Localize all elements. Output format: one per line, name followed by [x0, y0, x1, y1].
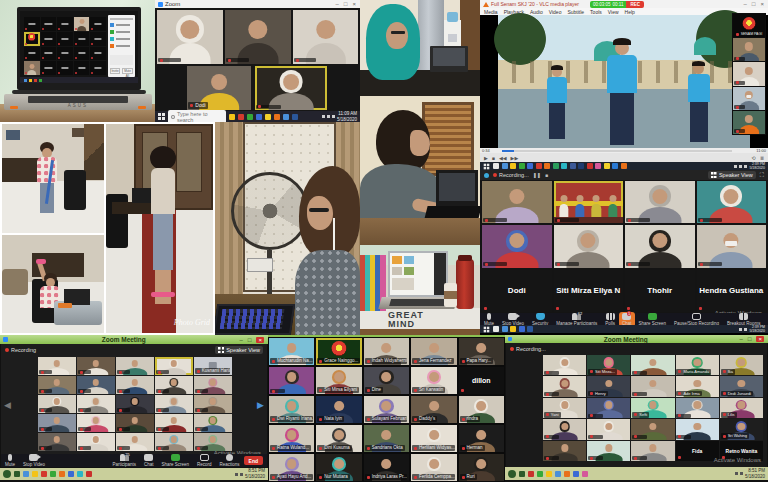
next-page-arrow[interactable]: ▶ — [257, 400, 264, 410]
participant-tile[interactable] — [631, 355, 674, 375]
minimize-button[interactable]: – — [240, 337, 243, 343]
participant-tile[interactable] — [194, 414, 232, 432]
start-button[interactable] — [484, 326, 490, 332]
toolbar-stop-video[interactable]: Stop Video — [498, 313, 528, 326]
taskbar-app-icon[interactable] — [86, 471, 92, 477]
participant-tile[interactable] — [38, 395, 76, 413]
taskbar-app-icon[interactable] — [595, 163, 601, 169]
taskbar-app-icon[interactable] — [247, 114, 253, 120]
minimize-button[interactable]: – — [740, 336, 743, 342]
participant-tile[interactable] — [57, 61, 73, 75]
minimize-button[interactable]: – — [336, 1, 339, 7]
participant-tile[interactable]: Indah Widyaherning — [364, 338, 409, 365]
participant-tile[interactable] — [116, 414, 154, 432]
participant-tile[interactable] — [77, 357, 115, 375]
participant-tile[interactable] — [225, 10, 291, 64]
play-button[interactable]: ▶ — [484, 155, 488, 161]
taskbar-app-icon[interactable] — [274, 114, 280, 120]
participant-tile[interactable] — [41, 47, 57, 61]
participant-tile[interactable] — [625, 225, 695, 267]
participant-tile[interactable]: Ayati Hayu And... — [269, 454, 314, 481]
toolbar-breakout-rooms[interactable]: Breakout Rooms — [723, 313, 765, 326]
participant-tile[interactable] — [697, 181, 767, 223]
mute-all-button[interactable]: Mute All — [122, 68, 133, 74]
participant-tile[interactable] — [90, 17, 106, 31]
participant-tile[interactable] — [554, 225, 624, 267]
taskbar-app-icon[interactable] — [546, 471, 552, 477]
speaker-view-button[interactable]: Speaker View — [708, 171, 756, 179]
start-button[interactable] — [508, 470, 516, 478]
participant-tile[interactable] — [543, 355, 586, 375]
participant-tile[interactable] — [38, 376, 76, 394]
participant-tile[interactable] — [733, 38, 765, 61]
taskbar-app-icon[interactable] — [612, 163, 618, 169]
participant-tile[interactable] — [255, 66, 327, 110]
participant-tile[interactable] — [74, 32, 90, 46]
participant-tile[interactable]: Lilis — [720, 398, 763, 418]
close-button[interactable]: × — [760, 1, 764, 7]
taskbar-app-icon[interactable] — [561, 163, 567, 169]
participant-tile[interactable] — [116, 433, 154, 451]
stop-button[interactable]: ■ — [492, 155, 495, 161]
maximize-button[interactable]: □ — [344, 1, 348, 7]
participant-tile[interactable] — [41, 32, 57, 46]
taskbar-app-icon[interactable] — [493, 163, 499, 169]
vlc-menu-help[interactable]: Help — [625, 9, 635, 15]
participant-tile[interactable]: Sefti — [631, 398, 674, 418]
participant-tile[interactable]: Ruri — [459, 454, 504, 481]
participant-tile[interactable] — [77, 376, 115, 394]
participant-tile[interactable]: Grace Nainggo... — [316, 338, 361, 365]
participant-tile[interactable]: Nur Mutiara — [316, 454, 361, 481]
participant-tile[interactable]: Herlilani Widyas... — [411, 425, 456, 452]
participant-tile[interactable]: Herman — [459, 425, 504, 452]
participant-tile[interactable] — [24, 47, 40, 61]
participant-tile[interactable] — [157, 10, 223, 64]
participant-tile[interactable] — [482, 225, 552, 267]
participant-tile[interactable]: Sri Wahing — [720, 419, 763, 439]
maximize-button[interactable]: □ — [748, 336, 752, 342]
participant-tile[interactable]: Jena Fernandez — [411, 338, 456, 365]
taskbar-app-icon[interactable] — [41, 471, 47, 477]
taskbar-app-icon[interactable] — [553, 163, 559, 169]
fullscreen-button[interactable]: ⛶ — [760, 172, 764, 179]
toolbar-reactions[interactable]: Reactions — [765, 313, 768, 326]
participant-tile[interactable]: Sulayani Februari... — [364, 396, 409, 423]
toolbar-security[interactable]: Security — [528, 313, 552, 326]
participant-tile[interactable] — [74, 61, 90, 75]
toolbar-chat[interactable]: Chat — [140, 454, 158, 467]
close-button[interactable]: × — [756, 336, 764, 342]
taskbar-app-icon[interactable] — [32, 471, 38, 477]
participant-tile[interactable] — [631, 419, 674, 439]
playlist-button[interactable]: ≣ — [760, 155, 764, 161]
participant-tile[interactable] — [587, 419, 630, 439]
participant-tile[interactable] — [77, 433, 115, 451]
participant-tile[interactable]: Dini Kusuma — [316, 425, 361, 452]
participant-tile[interactable]: Dedi Junaedi — [720, 376, 763, 396]
participant-tile[interactable] — [57, 32, 73, 46]
taskbar-app-icon[interactable] — [229, 114, 235, 120]
participant-tile[interactable] — [543, 441, 586, 461]
participant-tile[interactable] — [676, 419, 719, 439]
participant-tile[interactable] — [77, 395, 115, 413]
taskbar-app-icon[interactable] — [23, 471, 29, 477]
maximize-button[interactable]: □ — [248, 337, 252, 343]
participant-tile[interactable] — [41, 17, 57, 31]
taskbar-app-icon[interactable] — [582, 471, 588, 477]
loop-button[interactable]: ⟲ — [752, 155, 756, 161]
vlc-video-area[interactable]: SENAM PAGI — [480, 15, 768, 148]
participant-tile[interactable] — [625, 181, 695, 223]
taskbar-app-icon[interactable] — [537, 471, 543, 477]
participant-tile[interactable] — [543, 419, 586, 439]
toolbar-share-screen[interactable]: Share Screen — [635, 313, 671, 326]
participant-tile[interactable] — [543, 376, 586, 396]
participant-tile[interactable] — [77, 414, 115, 432]
end-meeting-button[interactable]: End — [244, 456, 263, 465]
participant-tile[interactable]: Dodi — [482, 270, 552, 312]
participant-tile[interactable]: Kusnami Hariani ... — [194, 357, 232, 375]
taskbar-app-icon[interactable] — [621, 163, 627, 169]
toolbar-mute[interactable]: Mute — [480, 313, 498, 326]
taskbar-app-icon[interactable] — [527, 163, 533, 169]
taskbar-app-icon[interactable] — [502, 326, 508, 332]
taskbar-app-icon[interactable] — [573, 471, 579, 477]
participant-tile[interactable]: rindra — [459, 396, 504, 423]
